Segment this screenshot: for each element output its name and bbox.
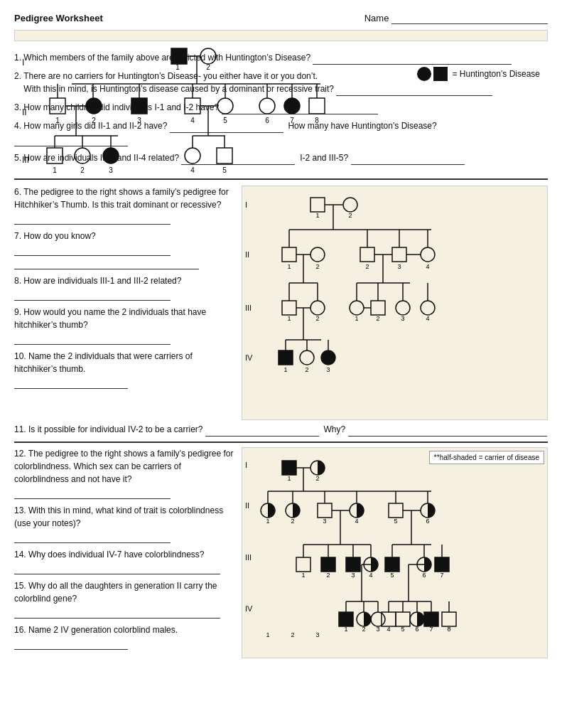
svg-text:3: 3	[323, 518, 326, 525]
svg-rect-70	[282, 301, 296, 315]
svg-rect-157	[385, 557, 399, 572]
svg-rect-190	[424, 612, 438, 626]
svg-text:2: 2	[315, 315, 319, 322]
svg-rect-92	[371, 301, 385, 315]
svg-text:2: 2	[348, 212, 352, 219]
pedigree-2-container: I II III IV 1 2 1 2	[242, 186, 548, 420]
svg-point-111	[321, 350, 335, 365]
svg-text:3: 3	[401, 315, 404, 322]
name-blank[interactable]	[391, 13, 548, 24]
svg-text:1: 1	[266, 631, 269, 638]
svg-text:5: 5	[222, 166, 227, 174]
answer-15[interactable]	[14, 605, 220, 619]
question-9: 9. How would you name the 2 individuals …	[14, 306, 234, 345]
answer-7b[interactable]	[14, 256, 199, 269]
svg-text:4: 4	[355, 518, 358, 525]
svg-text:1: 1	[283, 366, 287, 373]
svg-text:3: 3	[109, 166, 113, 174]
pedigree-2-svg: 1 2 1 2 1 2	[247, 191, 495, 404]
pedigree-1-svg: 1 2 1 2 3 4 5	[15, 31, 384, 187]
svg-rect-76	[360, 247, 374, 262]
svg-point-25	[259, 98, 275, 114]
answer-7a[interactable]	[14, 242, 171, 256]
svg-text:3: 3	[326, 366, 330, 373]
question-6: 6. The pedigree to the right shows a fam…	[14, 186, 234, 225]
svg-text:7: 7	[440, 572, 443, 579]
svg-rect-53	[433, 67, 448, 81]
gen3-label-I: I	[245, 461, 247, 469]
svg-point-84	[421, 247, 435, 262]
svg-point-98	[421, 301, 435, 315]
page-title: Pedigree Worksheet	[14, 13, 103, 23]
svg-rect-146	[321, 557, 335, 572]
svg-text:2: 2	[365, 263, 369, 270]
svg-point-39	[75, 148, 90, 164]
svg-rect-149	[346, 557, 360, 572]
answer-11a[interactable]	[205, 423, 319, 437]
svg-text:6: 6	[426, 518, 429, 525]
gen2-label-III: III	[245, 304, 252, 312]
svg-point-12	[86, 98, 102, 114]
answer-14[interactable]	[14, 561, 220, 574]
svg-text:1: 1	[53, 166, 57, 174]
svg-rect-143	[296, 557, 310, 572]
legend: = Huntington’s Disease	[416, 66, 540, 82]
colorblind-questions: 12. The pedigree to the right shows a fa…	[14, 447, 234, 658]
svg-text:6: 6	[422, 572, 426, 579]
answer-9[interactable]	[14, 331, 171, 345]
svg-text:1: 1	[266, 518, 269, 525]
svg-text:1: 1	[287, 315, 291, 322]
answer-13[interactable]	[14, 530, 171, 543]
svg-rect-80	[392, 247, 406, 262]
hitchhiker-questions: 6. The pedigree to the right shows a fam…	[14, 186, 234, 420]
svg-rect-169	[339, 612, 353, 626]
pedigree-3-svg: 1 2 1 2 3	[247, 452, 488, 651]
svg-text:2: 2	[291, 631, 294, 638]
svg-rect-62	[282, 247, 296, 262]
svg-rect-36	[47, 148, 63, 164]
svg-text:2: 2	[80, 166, 85, 174]
svg-text:4: 4	[190, 117, 195, 124]
svg-text:1: 1	[287, 263, 291, 270]
answer-10[interactable]	[14, 375, 128, 389]
svg-rect-127	[318, 503, 332, 518]
svg-text:1: 1	[55, 117, 60, 124]
name-field-label: Name	[364, 13, 548, 24]
svg-text:1: 1	[355, 315, 358, 322]
pedigree-3-container: **half-shaded = carrier of disease I II …	[242, 447, 548, 658]
answer-8[interactable]	[14, 287, 171, 301]
svg-text:3: 3	[397, 263, 401, 270]
svg-point-57	[343, 198, 357, 212]
answer-16[interactable]	[14, 636, 128, 650]
question-12: 12. The pedigree to the right shows a fa…	[14, 447, 234, 499]
question-13: 13. With this in mind, what kind of trai…	[14, 504, 234, 543]
svg-text:2: 2	[92, 117, 96, 124]
svg-text:5: 5	[401, 626, 404, 633]
svg-rect-184	[396, 612, 410, 626]
svg-rect-50	[217, 148, 232, 164]
svg-text:4: 4	[426, 315, 429, 322]
answer-6[interactable]	[14, 211, 171, 225]
legend-symbols	[416, 66, 449, 82]
svg-text:2: 2	[315, 263, 319, 270]
svg-text:6: 6	[265, 117, 269, 124]
question-8: 8. How are individuals III-1 and III-2 r…	[14, 274, 234, 301]
svg-text:7: 7	[290, 117, 294, 124]
gen3-label-IV: IV	[245, 604, 252, 613]
svg-text:1: 1	[175, 63, 180, 71]
svg-text:8: 8	[315, 117, 319, 124]
svg-text:8: 8	[447, 626, 450, 633]
question-14: 14. Why does individual IV-7 have colorb…	[14, 548, 234, 574]
svg-text:5: 5	[390, 572, 394, 579]
svg-rect-163	[435, 557, 449, 572]
svg-text:2: 2	[362, 626, 365, 633]
svg-rect-15	[131, 98, 147, 114]
svg-text:5: 5	[394, 518, 397, 525]
svg-point-95	[396, 301, 410, 315]
svg-text:4: 4	[369, 572, 372, 579]
svg-point-89	[350, 301, 364, 315]
svg-text:2: 2	[326, 572, 330, 579]
answer-11b[interactable]	[348, 423, 547, 437]
svg-text:6: 6	[415, 626, 418, 633]
answer-12[interactable]	[14, 486, 171, 499]
